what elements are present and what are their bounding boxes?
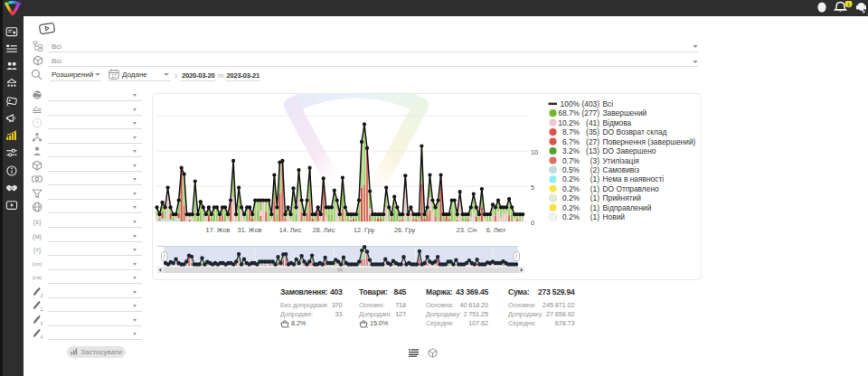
svg-text:100%: 100% <box>561 99 580 108</box>
svg-text:31. Жов: 31. Жов <box>238 226 262 234</box>
svg-text:26. Гру: 26. Гру <box>394 226 416 234</box>
svg-text:Самовивіз: Самовивіз <box>603 165 640 174</box>
svg-text:Утилізація: Утилізація <box>603 156 639 165</box>
svg-text:Прийнятий: Прийнятий <box>603 193 642 202</box>
svg-text:(1): (1) <box>590 184 599 193</box>
svg-text:Завершений: Завершений <box>603 108 647 118</box>
svg-text:23. Січ: 23. Січ <box>457 226 477 234</box>
svg-text:6.7%: 6.7% <box>562 137 580 146</box>
svg-text:Новий: Новий <box>603 212 626 221</box>
svg-text:x: x <box>367 325 368 328</box>
svg-text:5: 5 <box>531 183 534 192</box>
svg-text:(1): (1) <box>590 212 599 221</box>
svg-text:(41): (41) <box>586 118 599 127</box>
svg-text:68.7%: 68.7% <box>558 108 580 118</box>
svg-text:Відмова: Відмова <box>603 118 632 127</box>
svg-text:0: 0 <box>531 219 534 227</box>
svg-text:6. Лют: 6. Лют <box>486 226 506 234</box>
svg-text:Відправлений: Відправлений <box>603 203 652 212</box>
svg-text:DO Завершено: DO Завершено <box>603 146 656 155</box>
svg-text:Нема в наявності: Нема в наявності <box>603 174 665 183</box>
svg-text:0.2%: 0.2% <box>562 203 580 212</box>
svg-text:10: 10 <box>531 148 538 156</box>
svg-text:8.7%: 8.7% <box>562 127 580 136</box>
svg-text:17. Жов: 17. Жов <box>206 226 231 234</box>
svg-text:10.2%: 10.2% <box>558 118 580 127</box>
svg-text:0.7%: 0.7% <box>562 156 580 165</box>
svg-text:Всі: Всі <box>603 99 614 108</box>
svg-text:DO Отправлено: DO Отправлено <box>603 184 660 193</box>
svg-text:(277): (277) <box>581 108 599 118</box>
svg-text:0.2%: 0.2% <box>562 184 580 193</box>
svg-text:28. Лис: 28. Лис <box>313 226 335 234</box>
svg-text:(403): (403) <box>581 99 599 108</box>
svg-text:Повернення (завершений): Повернення (завершений) <box>603 137 696 146</box>
svg-text:DO Возврат склад: DO Возврат склад <box>603 127 667 136</box>
svg-text:(13): (13) <box>586 146 599 155</box>
svg-text:0.2%: 0.2% <box>562 212 580 221</box>
svg-text:(1): (1) <box>590 193 599 202</box>
svg-text:(35): (35) <box>586 127 599 136</box>
svg-text:(27): (27) <box>586 137 599 146</box>
svg-text:0.2%: 0.2% <box>562 174 580 183</box>
svg-text:(2): (2) <box>590 165 599 174</box>
svg-text:12. Гру: 12. Гру <box>354 226 375 234</box>
svg-text:(1): (1) <box>590 174 599 183</box>
svg-text:x: x <box>288 325 289 328</box>
svg-text:(3): (3) <box>590 156 599 165</box>
svg-text:3.2%: 3.2% <box>562 146 580 155</box>
svg-text:0.2%: 0.2% <box>562 193 580 202</box>
svg-text:0.5%: 0.5% <box>562 165 580 174</box>
svg-text:14. Лис: 14. Лис <box>279 226 302 234</box>
svg-text:(1): (1) <box>590 203 599 212</box>
